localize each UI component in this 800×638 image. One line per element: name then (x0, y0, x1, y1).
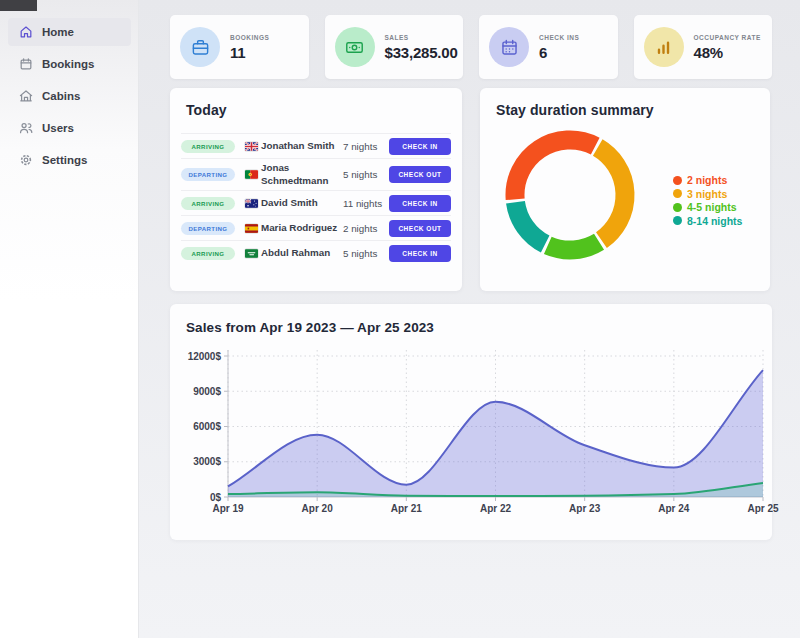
svg-text:Apr 21: Apr 21 (391, 503, 423, 514)
calendar-days-icon (489, 27, 529, 67)
stat-label: SALES (385, 34, 458, 41)
stat-label: BOOKINGS (230, 34, 269, 41)
sidebar-item-cabins[interactable]: Cabins (8, 82, 131, 110)
today-panel: Today ARRIVING Jonathan Smith 7 nights C… (170, 88, 462, 291)
legend-item: 3 nights (673, 188, 742, 200)
today-row: ARRIVING Abdul Rahman 5 nights CHECK IN (181, 240, 451, 265)
stay-duration-panel: Stay duration summary 2 nights3 nights4-… (480, 88, 770, 291)
check-in-button[interactable]: CHECK IN (389, 245, 451, 262)
sidebar-item-label: Cabins (42, 90, 80, 102)
guest-name: David Smith (261, 197, 343, 210)
cabin-icon (19, 89, 33, 103)
svg-text:Apr 25: Apr 25 (747, 503, 779, 514)
briefcase-icon (180, 27, 220, 67)
legend-label: 8-14 nights (687, 215, 742, 227)
stat-value: $33,285.00 (385, 44, 458, 61)
stay-nights: 2 nights (343, 223, 389, 234)
legend-item: 2 nights (673, 174, 742, 186)
sidebar-item-users[interactable]: Users (8, 114, 131, 142)
legend-label: 4-5 nights (687, 201, 737, 213)
stay-nights: 5 nights (343, 248, 389, 259)
donut-segment-8-14-nights (515, 202, 545, 244)
sales-chart-panel: Sales from Apr 19 2023 — Apr 25 2023 0$3… (170, 304, 772, 540)
legend-dot-icon (673, 176, 682, 185)
today-row: DEPARTING Maria Rodriguez 2 nights CHECK… (181, 215, 451, 240)
svg-text:Apr 22: Apr 22 (480, 503, 512, 514)
today-row: ARRIVING Jonathan Smith 7 nights CHECK I… (181, 133, 451, 158)
legend-dot-icon (673, 203, 682, 212)
stat-card-sales: SALES $33,285.00 (325, 15, 464, 79)
legend-label: 2 nights (687, 174, 727, 186)
legend-dot-icon (673, 216, 682, 225)
stat-value: 48% (694, 44, 761, 61)
sidebar-item-bookings[interactable]: Bookings (8, 50, 131, 78)
sidebar-nav: HomeBookingsCabinsUsersSettings (8, 18, 131, 174)
stat-value: 6 (539, 44, 579, 61)
flag-au-icon (245, 199, 258, 208)
donut-segment-2-nights (515, 140, 595, 199)
donut-legend: 2 nights3 nights4-5 nights8-14 nights (673, 174, 742, 227)
svg-text:Apr 23: Apr 23 (569, 503, 601, 514)
home-icon (19, 25, 33, 39)
flag-es-icon (245, 224, 258, 233)
sidebar-item-settings[interactable]: Settings (8, 146, 131, 174)
status-badge: ARRIVING (181, 140, 235, 153)
stats-row: BOOKINGS 11 SALES $33,285.00 CHECK INS 6… (170, 15, 772, 79)
today-title: Today (186, 102, 227, 118)
sales-area-chart: 0$3000$6000$9000$12000$Apr 19Apr 20Apr 2… (170, 304, 772, 540)
flag-gb-icon (245, 142, 258, 151)
stat-card-bookings: BOOKINGS 11 (170, 15, 309, 79)
today-row: DEPARTING Jonas Schmedtmann 5 nights CHE… (181, 158, 451, 190)
sidebar-item-label: Settings (42, 154, 87, 166)
check-out-button[interactable]: CHECK OUT (389, 220, 451, 237)
gear-icon (19, 153, 33, 167)
svg-text:3000$: 3000$ (193, 456, 221, 467)
guest-name: Jonas Schmedtmann (261, 162, 343, 187)
status-badge: DEPARTING (181, 222, 235, 235)
svg-text:0$: 0$ (210, 492, 222, 503)
stat-card-occupancy-rate: OCCUPANCY RATE 48% (634, 15, 773, 79)
bar-chart-icon (644, 27, 684, 67)
sidebar-item-label: Home (42, 26, 74, 38)
guest-name: Maria Rodriguez (261, 222, 343, 235)
today-list: ARRIVING Jonathan Smith 7 nights CHECK I… (181, 133, 451, 265)
guest-name: Abdul Rahman (261, 247, 343, 260)
sidebar-item-label: Bookings (42, 58, 94, 70)
donut-segment-3-nights (598, 148, 625, 241)
status-badge: ARRIVING (181, 197, 235, 210)
guest-name: Jonathan Smith (261, 140, 343, 153)
stat-value: 11 (230, 44, 269, 61)
check-out-button[interactable]: CHECK OUT (389, 166, 451, 183)
svg-text:12000$: 12000$ (188, 351, 222, 362)
stat-label: CHECK INS (539, 34, 579, 41)
check-in-button[interactable]: CHECK IN (389, 138, 451, 155)
flag-sa-icon (245, 249, 258, 258)
legend-label: 3 nights (687, 188, 727, 200)
status-badge: ARRIVING (181, 247, 235, 260)
svg-text:Apr 24: Apr 24 (658, 503, 690, 514)
legend-item: 4-5 nights (673, 201, 742, 213)
legend-item: 8-14 nights (673, 215, 742, 227)
banknote-icon (335, 27, 375, 67)
window-corner-artifact (0, 0, 37, 11)
stay-nights: 7 nights (343, 141, 389, 152)
calendar-icon (19, 57, 33, 71)
status-badge: DEPARTING (181, 168, 235, 181)
donut-segment-4-5-nights (548, 242, 599, 250)
sidebar: HomeBookingsCabinsUsersSettings (0, 0, 139, 638)
svg-text:Apr 19: Apr 19 (212, 503, 244, 514)
stay-nights: 5 nights (343, 169, 389, 180)
legend-dot-icon (673, 189, 682, 198)
sidebar-item-label: Users (42, 122, 74, 134)
stat-label: OCCUPANCY RATE (694, 34, 761, 41)
users-icon (19, 121, 33, 135)
flag-pt-icon (245, 170, 258, 179)
stat-card-check-ins: CHECK INS 6 (479, 15, 618, 79)
sidebar-item-home[interactable]: Home (8, 18, 131, 46)
svg-text:9000$: 9000$ (193, 386, 221, 397)
stay-nights: 11 nights (343, 198, 389, 209)
svg-text:Apr 20: Apr 20 (302, 503, 334, 514)
check-in-button[interactable]: CHECK IN (389, 195, 451, 212)
today-row: ARRIVING David Smith 11 nights CHECK IN (181, 190, 451, 215)
svg-text:6000$: 6000$ (193, 421, 221, 432)
